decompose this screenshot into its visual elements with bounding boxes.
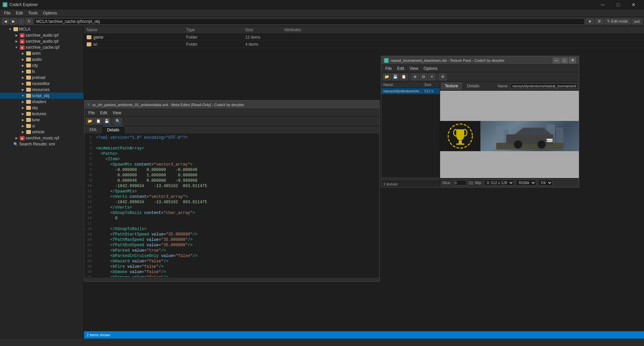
xml-content[interactable]: 1 <?xml version="1.0" encoding="UTF-8"?>… <box>84 134 379 277</box>
tab-details[interactable]: Details <box>102 126 125 134</box>
texture-app-icon: C <box>384 58 389 63</box>
sidebar-item-raceeditor[interactable]: ▶ raceeditor <box>0 81 84 87</box>
sidebar-item-resources[interactable]: ▶ resources <box>0 87 84 93</box>
texture-list-item[interactable]: navsys/dyntextures/repeat_tour... 512 k <box>381 88 440 94</box>
sidebar-item-xarchive-cache[interactable]: ▼ ▦ xarchive_cache.rpf <box>0 44 84 50</box>
tex-tab-details[interactable]: Details <box>464 83 483 89</box>
tex-delete-btn[interactable]: ✕ <box>428 74 435 80</box>
minimize-button[interactable]: ─ <box>595 0 610 9</box>
sidebar-item-ui[interactable]: ▶ ui <box>0 123 84 129</box>
xml-save-btn[interactable]: 💾 <box>103 118 111 125</box>
sidebar-item-anim[interactable]: ▶ anim <box>0 50 84 56</box>
sidebar-item-city[interactable]: ▶ city <box>0 62 84 69</box>
col-size[interactable]: Size <box>245 28 279 32</box>
sidebar-item-mcla[interactable]: ▼ MCLA <box>0 26 84 32</box>
texture-pack-window: C repeat_tournament_downtown.xtd - Textu… <box>381 56 579 187</box>
sidebar-item-tune[interactable]: ▶ tune <box>0 117 84 123</box>
xml-copy-btn[interactable]: 📋 <box>95 118 102 125</box>
tab-xml[interactable]: XML <box>84 126 102 134</box>
table-row[interactable]: game Folder 12 items <box>84 34 644 41</box>
sidebar-item-xarchive-audio2[interactable]: ▶ ▦ xarchive_audio.rpf <box>0 38 84 44</box>
anim-arrow: ▶ <box>20 52 25 55</box>
address-input[interactable] <box>34 18 585 25</box>
tex-export-btn[interactable]: ⊟ <box>420 74 427 80</box>
restore-button[interactable]: □ <box>610 0 626 9</box>
menu-edit[interactable]: Edit <box>13 10 26 16</box>
tex-menu-file[interactable]: File <box>383 66 394 72</box>
texture-status: 1 texture <box>381 181 440 187</box>
col-name[interactable]: Name <box>87 28 181 32</box>
sidebar-item-preload[interactable]: ▶ preload <box>0 75 84 81</box>
tex-open-btn[interactable]: 📂 <box>383 74 391 80</box>
tune-arrow: ▶ <box>20 118 25 122</box>
svg-point-14 <box>538 140 546 148</box>
col-type[interactable]: Type <box>186 28 240 32</box>
sidebar-item-search-results[interactable]: 🔍 Search Results: xml <box>0 141 84 147</box>
texture-close-btn[interactable]: ✕ <box>569 57 576 63</box>
edit-mode-button[interactable]: ✎ Edit mode <box>605 18 630 24</box>
forward-button[interactable]: ▶ <box>10 18 17 25</box>
tex-name-label: Name: <box>498 84 509 88</box>
refresh-button[interactable]: ↻ <box>26 18 33 25</box>
audio-label: audio <box>32 57 42 62</box>
sidebar-item-xarchive-audio1[interactable]: ▶ ▦ xarchive_audio.rpf <box>0 32 84 38</box>
tex-menu-edit[interactable]: Edit <box>394 66 407 72</box>
svg-rect-15 <box>524 129 533 133</box>
fx-icon <box>26 70 31 74</box>
texture-preview-area: ABC 123 <box>440 91 579 178</box>
texture-minimize-btn[interactable]: ─ <box>553 57 560 63</box>
tex-colorspace-select[interactable]: RGBA <box>516 180 536 186</box>
tex-name-input[interactable] <box>511 83 578 89</box>
tex-mip-select[interactable]: 0: 512 x 128 <box>484 180 514 186</box>
preload-icon <box>26 76 31 80</box>
bookmark-button[interactable]: ★ <box>586 18 594 24</box>
texture-restore-btn[interactable]: □ <box>561 57 568 63</box>
xml-horizontal-scroll[interactable] <box>84 277 379 281</box>
sidebar-item-shaders[interactable]: ▶ shaders <box>0 99 84 105</box>
table-row[interactable]: sc Folder 4 items <box>84 41 644 48</box>
xml-open-btn[interactable]: 📂 <box>86 118 94 125</box>
xarchive-audio2-icon: ▦ <box>20 39 25 44</box>
xml-line-16: 16 0 <box>84 216 379 221</box>
settings-button[interactable]: ⚙ <box>595 18 603 24</box>
xml-menu-file[interactable]: File <box>86 110 97 116</box>
tex-settings-btn[interactable]: ⚙ <box>439 74 446 80</box>
sidebar-item-script-obj[interactable]: ▼ script_obj <box>0 93 84 99</box>
close-button[interactable]: ✕ <box>626 0 641 9</box>
trophy-section <box>440 121 480 151</box>
texture-list-scroll[interactable] <box>381 177 440 181</box>
sidebar-item-sky[interactable]: ▶ sky <box>0 105 84 111</box>
menu-file[interactable]: File <box>1 10 13 16</box>
tex-slice-input[interactable] <box>453 180 467 185</box>
tex-tab-texture[interactable]: Texture <box>441 83 462 89</box>
tex-import-btn[interactable]: ⊕ <box>411 74 419 80</box>
xml-menu-edit[interactable]: Edit <box>97 110 110 116</box>
xml-line-2: 2 <box>84 141 379 146</box>
xarchive-music-label: xarchive_music.rpf <box>26 136 59 140</box>
sidebar-item-textures[interactable]: ▶ textures <box>0 111 84 117</box>
up-button[interactable]: ↑ <box>18 18 24 25</box>
sidebar-item-xarchive-music[interactable]: ▶ ▦ xarchive_music.rpf <box>0 135 84 141</box>
xml-button[interactable]: xml <box>632 19 642 24</box>
tex-save-btn[interactable]: 💾 <box>392 74 399 80</box>
tex-menu-options[interactable]: Options <box>421 66 440 72</box>
tex-copy-btn[interactable]: 📋 <box>400 74 407 80</box>
sidebar-item-audio[interactable]: ▶ audio <box>0 56 84 62</box>
col-attr[interactable]: Attributes <box>284 28 641 32</box>
file-list-header: Name Type Size Attributes <box>84 26 644 34</box>
tex-menu-view[interactable]: View <box>407 66 421 72</box>
sidebar-item-vehicle[interactable]: ▶ vehicle <box>0 129 84 135</box>
xml-menu-view[interactable]: View <box>110 110 124 116</box>
sidebar-item-fx[interactable]: ▶ fx <box>0 69 84 75</box>
audio-arrow: ▶ <box>20 58 25 61</box>
menu-options[interactable]: Options <box>40 10 59 16</box>
svg-rect-12 <box>506 134 553 144</box>
xml-line-8: 8 0.000000 1.000000 0.000000 <box>84 173 379 178</box>
menu-tools[interactable]: Tools <box>26 10 40 16</box>
xml-search-btn[interactable]: 🔍 <box>114 118 122 125</box>
anim-icon <box>26 51 31 55</box>
tex-fill-select[interactable]: Fill <box>538 180 553 186</box>
svg-text:C: C <box>4 4 6 6</box>
texture-preview-panel: Texture Details Name: <box>440 82 579 187</box>
back-button[interactable]: ◀ <box>2 18 9 25</box>
